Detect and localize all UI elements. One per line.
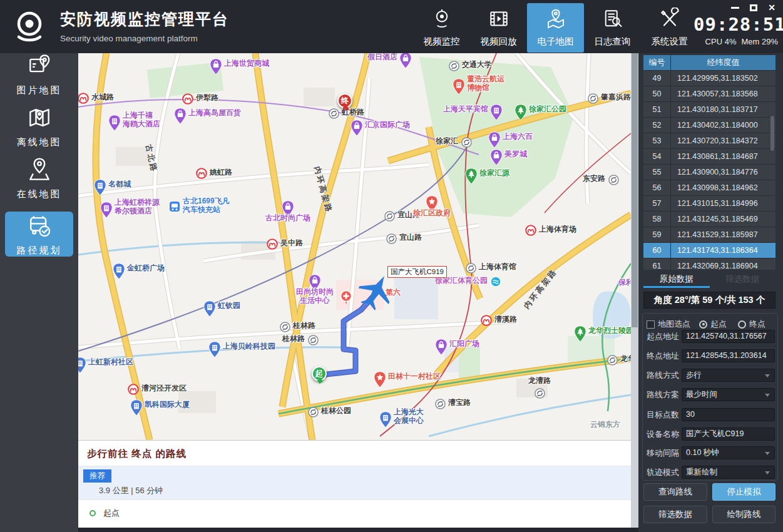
- transit-roundel-icon: [308, 335, 319, 348]
- table-row[interactable]: 50121.430057,31.183568: [643, 86, 775, 102]
- coords-table[interactable]: 编号经纬度值49121.429995,31.18350250121.430057…: [643, 55, 775, 270]
- table-row[interactable]: 53121.430720,31.184372: [643, 133, 775, 149]
- table-row[interactable]: 57121.431015,31.184996: [643, 196, 775, 212]
- map-poi-label: 伊犁路: [196, 94, 218, 103]
- 查询路线-button[interactable]: 查询路线: [643, 483, 707, 501]
- sidebar-label: 离线地图: [17, 136, 62, 148]
- cell-id: 59: [643, 227, 671, 242]
- sidebar-label: 图片地图: [17, 84, 62, 96]
- poi-pin-icon: [435, 339, 448, 358]
- route-plan-icon: [26, 212, 53, 242]
- table-scrollbar-thumb[interactable]: [770, 116, 774, 151]
- dropdown-轨迹模式[interactable]: 重新绘制: [682, 466, 775, 479]
- 筛选数据-button[interactable]: 筛选数据: [643, 506, 707, 523]
- titlebar: 安防视频监控管理平台 Security video management pla…: [0, 0, 783, 53]
- map-poi-label: 金虹桥广场: [127, 264, 165, 273]
- map-poi-label: 上海贝岭科技园: [223, 342, 275, 351]
- table-row[interactable]: 60121.431743,31.186364: [643, 243, 775, 258]
- form-row: 终点地址121.428545,31.203614: [647, 349, 775, 362]
- close-icon[interactable]: ✕: [768, 3, 775, 12]
- sidebar-label: 在线地图: [17, 188, 62, 200]
- cell-coords: 121.430180,31.183717: [671, 102, 775, 117]
- cell-coords: 121.432069,31.186904: [671, 258, 775, 270]
- table-row[interactable]: 51121.430180,31.183717: [643, 102, 775, 118]
- plane-name-label: 国产大飞机C919: [387, 266, 447, 278]
- map-poi-label: 美罗城: [504, 150, 527, 159]
- input-设备名称[interactable]: 国产大飞机C919: [682, 427, 775, 441]
- map-canvas[interactable]: 上海世贸商城假日酒店交通大学董浩云航运博物馆水城路伊犁路上海高岛屋百货虹桥路肇嘉…: [78, 53, 631, 440]
- dropdown-移动间隔[interactable]: 0.10 秒钟: [682, 446, 775, 459]
- table-row[interactable]: 49121.429995,31.183502: [643, 71, 775, 86]
- maximize-icon[interactable]: [750, 4, 757, 11]
- route-result-panel: 步行前往 终点 的路线 推荐 3.9 公里 | 56 分钟 起点: [78, 440, 631, 528]
- field-label: 目标点数: [647, 409, 682, 421]
- nav-item-日志查询[interactable]: 日志查询: [584, 0, 641, 53]
- map-poi-label: 上海六百: [503, 133, 533, 141]
- 停止模拟-button[interactable]: 停止模拟: [712, 483, 775, 501]
- poi-pin-icon: [574, 325, 586, 345]
- sidebar-item-在线地图[interactable]: 在线地图: [5, 155, 73, 200]
- route-start-marker[interactable]: 起: [312, 366, 327, 381]
- metro-station-icon: [196, 168, 207, 182]
- nav-item-电子地图[interactable]: 电子地图: [527, 0, 584, 53]
- route-step-row[interactable]: 起点: [78, 499, 631, 528]
- cell-coords: 121.429995,31.183502: [671, 71, 775, 86]
- digital-clock: 09:28:51: [693, 14, 778, 35]
- poi-pin-icon: [100, 202, 113, 221]
- metro-station-icon: [267, 238, 278, 252]
- input-目标点数[interactable]: 30: [682, 408, 775, 421]
- input-终点地址[interactable]: 121.428545,31.203614: [682, 349, 775, 362]
- recommended-badge: 推荐: [83, 469, 111, 483]
- table-row[interactable]: 55121.430900,31.184776: [643, 165, 775, 180]
- cell-coords: 121.430720,31.184372: [671, 133, 775, 148]
- nav-label: 视频回放: [481, 36, 517, 48]
- dropdown-路线方案[interactable]: 最少时间: [682, 388, 775, 401]
- cell-id: 54: [643, 149, 671, 164]
- table-row[interactable]: 61121.432069,31.186904: [643, 258, 775, 270]
- 绘制路线-button[interactable]: 绘制路线: [712, 506, 775, 523]
- table-row[interactable]: 56121.430998,31.184962: [643, 180, 775, 196]
- map-scrollbar-thumb[interactable]: [632, 53, 638, 327]
- tab-原始数据[interactable]: 原始数据: [643, 272, 710, 288]
- table-row[interactable]: 54121.430861,31.184687: [643, 149, 775, 165]
- cell-id: 58: [643, 212, 671, 227]
- dropdown-路线方式[interactable]: 步行: [682, 369, 775, 382]
- nav-item-视频回放[interactable]: 视频回放: [470, 0, 527, 53]
- input-起点地址[interactable]: 121.425740,31.176567: [682, 330, 775, 343]
- map-poi-label: 龙漕路: [502, 377, 577, 386]
- form-row: 目标点数30: [647, 408, 775, 421]
- offline-map-icon: [26, 104, 53, 134]
- map-pick-checkbox[interactable]: [647, 320, 655, 329]
- map-pin-icon: [545, 8, 567, 33]
- nav-item-视频监控[interactable]: 视频监控: [413, 0, 470, 53]
- sidebar-item-路径规划[interactable]: 路径规划: [5, 212, 73, 257]
- sidebar-item-图片地图[interactable]: 图片地图: [5, 51, 73, 96]
- minimize-icon[interactable]: [731, 7, 739, 9]
- map-poi-label: 吴中路: [280, 239, 303, 248]
- transit-roundel-icon: [280, 322, 290, 335]
- start-radio[interactable]: [699, 320, 707, 329]
- cell-id: 60: [643, 243, 671, 258]
- map-poi-label: 徐汇区政府: [394, 209, 469, 218]
- map-poi-label: 交通大学: [462, 61, 492, 69]
- map-scrollbar[interactable]: [631, 53, 638, 528]
- map-poi-label: 田林十一村社区: [388, 372, 441, 381]
- route-end-marker[interactable]: 终: [337, 93, 352, 108]
- map-poi-label: 上海体育场: [539, 225, 576, 234]
- table-row[interactable]: 52121.430402,31.184000: [643, 118, 775, 133]
- nav-label: 视频监控: [424, 36, 460, 48]
- app-logo-icon: [10, 8, 49, 46]
- nav-item-系统设置[interactable]: 系统设置: [641, 0, 698, 53]
- end-radio[interactable]: [738, 320, 746, 329]
- poi-pin-icon: [78, 357, 86, 376]
- table-row[interactable]: 59121.431529,31.185987: [643, 227, 775, 243]
- transit-roundel-icon: [435, 399, 446, 412]
- page-title: 安防视频监控管理平台: [60, 9, 229, 29]
- field-label: 设备名称: [647, 429, 682, 440]
- sidebar-item-离线地图[interactable]: 离线地图: [5, 103, 73, 148]
- poi-pin-icon: [210, 58, 222, 78]
- map-poi-label: 凯科国际大厦: [145, 401, 190, 409]
- tab-筛选数据[interactable]: 筛选数据: [710, 272, 776, 288]
- table-row[interactable]: 58121.431245,31.185469: [643, 212, 775, 227]
- route-recommended-row[interactable]: 推荐 3.9 公里 | 56 分钟: [78, 466, 631, 499]
